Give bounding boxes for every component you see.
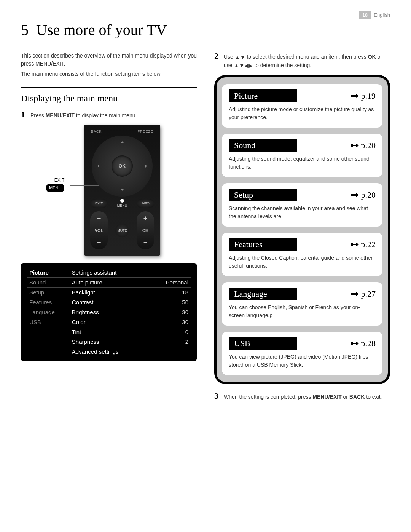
osd-menu: PictureSettings assistant SoundAuto pict… — [21, 263, 197, 361]
svg-rect-8 — [353, 145, 356, 146]
setting-value: 0 — [151, 327, 191, 337]
setting-label: Tint — [70, 327, 151, 337]
card-description: Adjusting the Closed Caption, parental g… — [229, 254, 376, 270]
plus-icon: + — [97, 214, 101, 222]
svg-rect-23 — [353, 293, 356, 295]
card-page-ref: p.28 — [350, 339, 376, 348]
svg-rect-17 — [352, 243, 353, 246]
step-number: 3 — [214, 392, 218, 400]
callout-labels: EXIT MENU — [46, 177, 64, 192]
card-description: You can choose English, Spanish or Frenc… — [229, 304, 376, 320]
page-number-ref: p.20 — [361, 190, 376, 200]
ok-button: OK — [112, 155, 133, 177]
language-label: English — [374, 12, 390, 18]
svg-rect-0 — [350, 95, 350, 97]
svg-rect-18 — [353, 244, 356, 245]
step-text: Use ▲▼ to select the desired menu and an… — [224, 52, 390, 70]
menu-card-language: Languagep.27You can choose English, Span… — [222, 282, 382, 326]
page-number-ref: p.20 — [361, 141, 376, 150]
svg-rect-27 — [352, 342, 353, 345]
card-description: Scanning the channels available in your … — [229, 204, 376, 220]
svg-marker-19 — [356, 243, 359, 246]
back-label: BACK — [91, 129, 102, 133]
minus-icon: − — [97, 238, 101, 246]
setting-label: Backlight — [70, 288, 151, 297]
intro-text-1: This section describes the overview of t… — [21, 52, 197, 68]
page-number-ref: p.28 — [361, 339, 376, 348]
goto-arrow-icon — [350, 192, 359, 198]
svg-rect-12 — [352, 194, 353, 196]
mute-button: MUTE — [115, 224, 129, 237]
setting-label: Contrast — [70, 297, 151, 307]
dpad: OK — [92, 136, 153, 197]
goto-arrow-icon — [350, 291, 359, 297]
menu-card-usb: USBp.28You can view picture (JPEG) and v… — [222, 332, 382, 375]
step-1: 1 Press MENU/EXIT to display the main me… — [21, 110, 197, 120]
callout-exit: EXIT — [54, 177, 65, 183]
setting-value: Personal — [151, 278, 191, 288]
menu-item-picture: Picture — [27, 268, 70, 278]
menu-card-picture: Picturep.19Adjusting the picture mode or… — [222, 84, 382, 128]
freeze-label: FREEZE — [137, 129, 153, 133]
card-title: USB — [229, 337, 297, 350]
setting-value: 2 — [151, 337, 191, 347]
svg-marker-29 — [356, 342, 359, 345]
svg-rect-7 — [352, 144, 353, 147]
menu-item-sound: Sound — [27, 278, 70, 288]
svg-rect-25 — [350, 342, 350, 345]
svg-rect-22 — [352, 293, 353, 295]
chapter-title: 5 Use more of your TV — [21, 21, 390, 39]
setting-label: Auto picture — [70, 278, 151, 288]
svg-rect-15 — [350, 243, 350, 246]
chapter-number: 5 — [21, 21, 29, 38]
menu-item-setup: Setup — [27, 288, 70, 297]
updown-arrows-icon: ▲▼ — [235, 53, 245, 61]
vol-label: VOL — [95, 228, 104, 233]
setting-value: 30 — [151, 307, 191, 317]
card-page-ref: p.19 — [350, 91, 376, 101]
menu-label: MENU — [117, 204, 127, 208]
svg-rect-13 — [353, 194, 356, 196]
setting-label: Sharpness — [70, 337, 151, 347]
svg-rect-2 — [352, 95, 353, 97]
step-number: 1 — [21, 110, 25, 119]
menu-card-setup: Setupp.20Scanning the channels available… — [222, 183, 382, 227]
svg-rect-20 — [350, 293, 350, 295]
svg-rect-28 — [353, 343, 356, 344]
card-title: Language — [229, 288, 297, 300]
setting-value: 18 — [151, 288, 191, 297]
setting-label: Brightness — [70, 307, 151, 317]
menu-item-features: Features — [27, 297, 70, 307]
svg-marker-14 — [356, 193, 359, 197]
card-description: You can view picture (JPEG) and video (M… — [229, 353, 376, 369]
chapter-name: Use more of your TV — [36, 21, 167, 38]
setting-label: Settings assistant — [70, 268, 151, 278]
menu-item-language: Language — [27, 307, 70, 317]
setting-value: 30 — [151, 317, 191, 327]
minus-icon: − — [143, 238, 148, 246]
page-number-ref: p.19 — [361, 91, 376, 101]
svg-rect-16 — [351, 243, 352, 246]
exit-button: EXIT — [90, 199, 108, 208]
menu-card-features: Featuresp.22Adjusting the Closed Caption… — [222, 233, 382, 276]
section-rule — [21, 87, 197, 88]
all-arrows-icon: ▲▼◀▶ — [234, 62, 253, 70]
svg-rect-6 — [351, 144, 352, 147]
svg-rect-10 — [350, 194, 350, 196]
card-page-ref: p.22 — [350, 240, 376, 249]
info-button: INFO — [137, 199, 154, 208]
goto-arrow-icon — [350, 242, 359, 247]
svg-marker-24 — [356, 292, 359, 296]
plus-icon: + — [143, 214, 148, 222]
card-page-ref: p.27 — [350, 289, 376, 299]
svg-rect-1 — [351, 95, 352, 97]
arrow-down-icon — [120, 189, 124, 193]
page-number: 18 — [359, 11, 371, 19]
menu-button-dot — [120, 199, 124, 203]
card-page-ref: p.20 — [350, 141, 376, 150]
step-number: 2 — [214, 52, 218, 60]
step-text: When the setting is completed, press MEN… — [224, 392, 382, 401]
section-heading: Displaying the main menu — [21, 93, 197, 104]
svg-rect-11 — [351, 194, 352, 196]
svg-rect-5 — [350, 144, 350, 147]
